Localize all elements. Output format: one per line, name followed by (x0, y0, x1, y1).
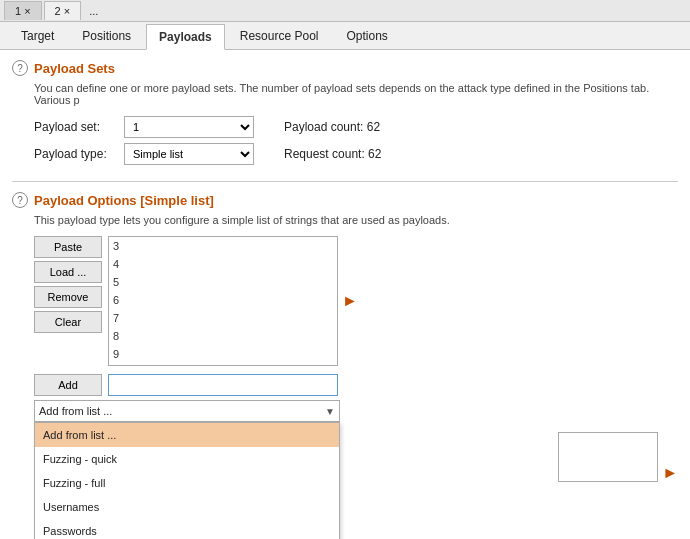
tab-positions[interactable]: Positions (69, 23, 144, 48)
clear-button[interactable]: Clear (34, 311, 102, 333)
payload-sets-header: ? Payload Sets (12, 60, 678, 76)
dropdown-trigger[interactable]: Add from list ... ▼ (34, 400, 340, 422)
load-button[interactable]: Load ... (34, 261, 102, 283)
payload-options-desc: This payload type lets you configure a s… (34, 214, 678, 226)
list-area: Paste Load ... Remove Clear 3 4 5 6 7 8 … (34, 236, 678, 366)
list-item: 6 (109, 291, 337, 309)
top-tab-bar: 1 × 2 × ... (0, 0, 690, 22)
remove-button[interactable]: Remove (34, 286, 102, 308)
tab-payloads[interactable]: Payloads (146, 24, 225, 50)
list-item: 5 (109, 273, 337, 291)
payload-type-label: Payload type: (34, 147, 124, 161)
tab-top-dots[interactable]: ... (83, 2, 104, 20)
payload-type-select[interactable]: Simple list (124, 143, 254, 165)
payload-list-box[interactable]: 3 4 5 6 7 8 9 (108, 236, 338, 366)
list-item: 9 (109, 345, 337, 363)
payload-options-header: ? Payload Options [Simple list] (12, 192, 678, 208)
dropdown-menu: Add from list ... Fuzzing - quick Fuzzin… (34, 422, 340, 539)
list-item: 7 (109, 309, 337, 327)
tab-top-2[interactable]: 2 × (44, 1, 82, 20)
chevron-down-icon: ▼ (325, 406, 335, 417)
main-tab-row: Target Positions Payloads Resource Pool … (0, 22, 690, 50)
add-from-list-dropdown[interactable]: Add from list ... ▼ Add from list ... Fu… (34, 400, 340, 422)
payload-set-label: Payload set: (34, 120, 124, 134)
dropdown-item-add-from-list[interactable]: Add from list ... (35, 423, 339, 447)
add-row: Add (34, 374, 678, 396)
payload-type-row: Payload type: Simple list Request count:… (34, 143, 678, 165)
list-item: 4 (109, 255, 337, 273)
tab-options[interactable]: Options (333, 23, 400, 48)
tab-top-1[interactable]: 1 × (4, 1, 42, 20)
payload-sets-help-icon[interactable]: ? (12, 60, 28, 76)
payload-sets-title: Payload Sets (34, 61, 115, 76)
dropdown-item-usernames[interactable]: Usernames (35, 495, 339, 519)
add-input[interactable] (108, 374, 338, 396)
tab-resource-pool[interactable]: Resource Pool (227, 23, 332, 48)
payload-count-label: Payload count: 62 (284, 120, 380, 134)
payload-sets-grid: Payload set: 1 Payload count: 62 Payload… (34, 116, 678, 165)
app-container: 1 × 2 × ... Target Positions Payloads Re… (0, 0, 690, 539)
payload-options-body: Paste Load ... Remove Clear 3 4 5 6 7 8 … (34, 236, 678, 422)
payload-set-select[interactable]: 1 (124, 116, 254, 138)
add-button[interactable]: Add (34, 374, 102, 396)
payload-options-help-icon[interactable]: ? (12, 192, 28, 208)
paste-button[interactable]: Paste (34, 236, 102, 258)
dropdown-item-passwords[interactable]: Passwords (35, 519, 339, 539)
main-content: ? Payload Sets You can define one or mor… (0, 50, 690, 539)
dropdown-item-fuzzing-quick[interactable]: Fuzzing - quick (35, 447, 339, 471)
lower-textarea[interactable] (558, 432, 658, 482)
list-item: 3 (109, 237, 337, 255)
payload-set-row: Payload set: 1 Payload count: 62 (34, 116, 678, 138)
payload-sets-desc: You can define one or more payload sets.… (34, 82, 678, 106)
dropdown-label: Add from list ... (39, 405, 112, 417)
list-right-arrow: ► (342, 292, 358, 310)
request-count-label: Request count: 62 (284, 147, 381, 161)
section-divider (12, 181, 678, 182)
button-column: Paste Load ... Remove Clear (34, 236, 102, 366)
lower-arrow-icon: ► (662, 464, 678, 482)
list-item: 8 (109, 327, 337, 345)
tab-target[interactable]: Target (8, 23, 67, 48)
dropdown-item-fuzzing-full[interactable]: Fuzzing - full (35, 471, 339, 495)
payload-options-title: Payload Options [Simple list] (34, 193, 214, 208)
